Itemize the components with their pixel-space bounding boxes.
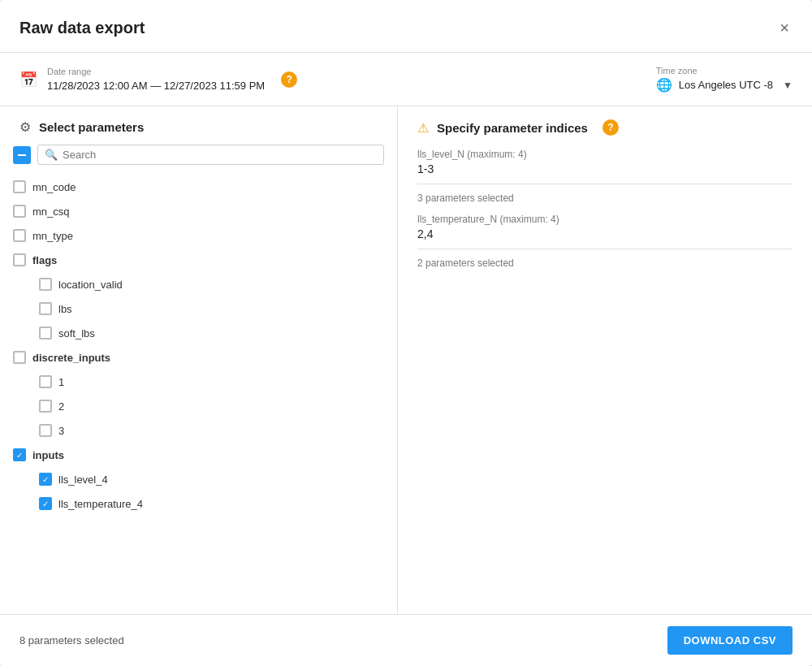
checkbox-mn-csq[interactable] <box>13 205 26 218</box>
param-item-lls-level-4: lls_level_4 <box>13 467 384 491</box>
download-csv-button[interactable]: DOWNLOAD CSV <box>667 626 793 655</box>
timezone-value: Los Angeles UTC -8 <box>679 79 773 91</box>
param-label-lbs: lbs <box>58 303 72 315</box>
index-divider-lls-temp <box>417 249 793 249</box>
param-item-location-valid: location_valid <box>13 272 384 296</box>
specify-indices-title: Specify parameter indices <box>437 121 588 135</box>
checkbox-location-valid[interactable] <box>39 278 52 291</box>
checkbox-di-1[interactable] <box>39 375 52 388</box>
param-item-discrete-inputs: discrete_inputs <box>13 345 384 370</box>
param-label-mn-type: mn_type <box>32 230 73 242</box>
search-input-wrapper: 🔍 <box>37 145 384 165</box>
select-params-header: ⚙ Select parameters <box>0 119 397 145</box>
index-divider-lls-level <box>417 184 793 184</box>
checkbox-lls-level-4[interactable] <box>39 473 52 486</box>
modal-header: Raw data export × <box>0 0 812 53</box>
checkbox-soft-lbs[interactable] <box>39 327 52 339</box>
date-range-value: 11/28/2023 12:00 AM — 12/27/2023 11:59 P… <box>47 80 265 92</box>
raw-data-export-modal: Raw data export × 📅 Date range 11/28/202… <box>0 0 812 666</box>
param-list: mn_code mn_csq mn_type flags <box>0 175 397 614</box>
gear-icon: ⚙ <box>19 119 31 135</box>
param-item-mn-type: mn_type <box>13 223 384 248</box>
param-label-mn-code: mn_code <box>32 181 76 193</box>
param-item-soft-lbs: soft_lbs <box>13 321 384 345</box>
param-item-di-2: 2 <box>13 394 384 418</box>
globe-icon: 🌐 <box>656 77 672 93</box>
index-value-lls-level[interactable]: 1-3 <box>417 162 793 179</box>
left-panel: ⚙ Select parameters 🔍 mn_code <box>0 106 398 614</box>
index-name-lls-temp: lls_temperature_N (maximum: 4) <box>417 214 793 225</box>
indices-help-icon[interactable]: ? <box>603 119 619 136</box>
index-block-lls-temp: lls_temperature_N (maximum: 4) 2,4 2 par… <box>417 214 793 269</box>
modal-title: Raw data export <box>19 19 145 37</box>
specify-indices-header: ⚠ Specify parameter indices ? <box>417 119 793 136</box>
param-label-di-2: 2 <box>58 400 64 413</box>
close-button[interactable]: × <box>776 16 793 39</box>
main-content: ⚙ Select parameters 🔍 mn_code <box>0 106 812 614</box>
warning-icon: ⚠ <box>417 120 429 136</box>
index-selected-lls-temp: 2 parameters selected <box>417 257 793 269</box>
modal-footer: 8 parameters selected DOWNLOAD CSV <box>0 614 812 666</box>
calendar-icon: 📅 <box>19 71 37 89</box>
param-item-inputs: inputs <box>13 443 384 467</box>
index-selected-lls-level: 3 parameters selected <box>417 192 793 204</box>
checkbox-discrete-inputs[interactable] <box>13 351 26 364</box>
select-params-title: Select parameters <box>39 120 144 134</box>
date-range-label: Date range <box>47 67 265 76</box>
timezone-select-row[interactable]: 🌐 Los Angeles UTC -8 ▼ <box>656 77 793 93</box>
param-label-di-3: 3 <box>58 425 64 437</box>
timezone-dropdown-arrow: ▼ <box>783 80 793 91</box>
param-item-di-1: 1 <box>13 370 384 394</box>
search-input[interactable] <box>63 149 377 161</box>
param-label-flags: flags <box>32 254 57 266</box>
footer-status: 8 parameters selected <box>19 634 124 647</box>
checkbox-mn-type[interactable] <box>13 229 26 242</box>
date-range-help-icon[interactable]: ? <box>281 71 297 88</box>
checkbox-di-2[interactable] <box>39 400 52 413</box>
search-bar-row: 🔍 <box>0 145 397 175</box>
param-label-inputs: inputs <box>32 449 64 461</box>
checkbox-lbs[interactable] <box>39 302 52 315</box>
search-icon: 🔍 <box>45 149 58 161</box>
param-label-discrete-inputs: discrete_inputs <box>32 352 110 364</box>
param-label-di-1: 1 <box>58 376 64 388</box>
checkbox-di-3[interactable] <box>39 424 52 437</box>
param-label-location-valid: location_valid <box>58 279 123 291</box>
param-item-di-3: 3 <box>13 418 384 443</box>
param-label-lls-level-4: lls_level_4 <box>58 474 108 486</box>
date-timezone-row: 📅 Date range 11/28/2023 12:00 AM — 12/27… <box>0 53 812 106</box>
index-name-lls-level: lls_level_N (maximum: 4) <box>417 149 793 160</box>
right-panel: ⚠ Specify parameter indices ? lls_level_… <box>398 106 812 614</box>
param-item-lbs: lbs <box>13 296 384 321</box>
index-value-lls-temp[interactable]: 2,4 <box>417 227 793 244</box>
param-item-mn-code: mn_code <box>13 175 384 199</box>
param-label-mn-csq: mn_csq <box>32 205 70 218</box>
timezone-label: Time zone <box>656 66 793 76</box>
param-item-flags: flags <box>13 248 384 272</box>
param-item-mn-csq: mn_csq <box>13 199 384 223</box>
checkbox-lls-temperature-4[interactable] <box>39 497 52 510</box>
index-block-lls-level: lls_level_N (maximum: 4) 1-3 3 parameter… <box>417 149 793 204</box>
param-label-soft-lbs: soft_lbs <box>58 327 95 339</box>
date-range-block: Date range 11/28/2023 12:00 AM — 12/27/2… <box>47 67 265 93</box>
param-item-lls-temperature-4: lls_temperature_4 <box>13 491 384 516</box>
checkbox-mn-code[interactable] <box>13 180 26 193</box>
param-label-lls-temperature-4: lls_temperature_4 <box>58 498 143 510</box>
date-range-section: 📅 Date range 11/28/2023 12:00 AM — 12/27… <box>19 67 297 93</box>
checkbox-inputs[interactable] <box>13 448 26 461</box>
checkbox-flags[interactable] <box>13 253 26 266</box>
deselect-all-button[interactable] <box>13 146 31 164</box>
timezone-section: Time zone 🌐 Los Angeles UTC -8 ▼ <box>656 66 793 93</box>
